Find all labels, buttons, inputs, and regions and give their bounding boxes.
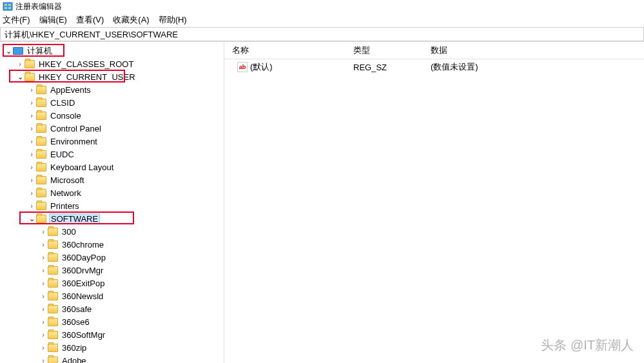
chevron-down-icon: ⌄ [15, 73, 24, 81]
tree-hkcu-child-9[interactable]: ›Printers [0, 199, 224, 212]
tree-label: 360chrome [61, 240, 105, 250]
tree-label: Network [49, 188, 83, 198]
tree-software-child-3[interactable]: ›360DrvMgr [0, 264, 224, 277]
chevron-right-icon: › [15, 60, 24, 68]
tree-hkcu-child-3[interactable]: ›Control Panel [0, 122, 224, 135]
col-data[interactable]: 数据 [431, 44, 644, 56]
tree-software-child-10[interactable]: ›Adobe [0, 354, 224, 363]
svg-rect-3 [5, 7, 7, 9]
tree-software-child-5[interactable]: ›360Newsld [0, 289, 224, 302]
menu-favorites[interactable]: 收藏夹(A) [113, 14, 149, 26]
value-list-panel: 名称 类型 数据 ab (默认) REG_SZ (数值未设置) [224, 42, 644, 363]
folder-icon [48, 331, 58, 339]
tree-panel[interactable]: ⌄计算机›HKEY_CLASSES_ROOT⌄HKEY_CURRENT_USER… [0, 42, 224, 363]
tree-label: CLSID [49, 98, 76, 108]
folder-icon [36, 215, 46, 223]
tree-software-child-7[interactable]: ›360se6 [0, 315, 224, 328]
chevron-right-icon: › [39, 279, 48, 287]
tree-hkcu[interactable]: ⌄HKEY_CURRENT_USER [0, 70, 224, 83]
folder-icon [48, 344, 58, 352]
menu-edit[interactable]: 编辑(E) [39, 14, 67, 26]
svg-rect-1 [5, 4, 7, 6]
tree-hkcu-child-8[interactable]: ›Network [0, 186, 224, 199]
tree-label: AppEvents [49, 85, 92, 95]
string-value-icon: ab [237, 62, 248, 72]
window-title: 注册表编辑器 [15, 1, 62, 12]
chevron-right-icon: › [39, 357, 48, 363]
tree-label: 360Newsld [61, 291, 104, 301]
tree-label: 360zip [61, 343, 88, 353]
folder-icon [48, 228, 58, 236]
tree-label: 计算机 [26, 45, 54, 57]
folder-icon [24, 60, 35, 68]
menubar: 文件(F) 编辑(E) 查看(V) 收藏夹(A) 帮助(H) [0, 13, 644, 27]
chevron-right-icon: › [27, 137, 36, 145]
chevron-right-icon: › [39, 228, 48, 235]
tree-software-child-6[interactable]: ›360safe [0, 302, 224, 315]
folder-icon [36, 163, 46, 172]
tree-hkcu-child-5[interactable]: ›EUDC [0, 148, 224, 161]
tree-software-child-9[interactable]: ›360zip [0, 341, 224, 354]
folder-icon [36, 189, 46, 197]
tree-label: Keyboard Layout [49, 162, 115, 172]
tree-software-child-4[interactable]: ›360ExitPop [0, 277, 224, 289]
tree-label: 360ExitPop [61, 279, 106, 288]
tree-software-child-0[interactable]: ›300 [0, 225, 224, 238]
value-data: (数值未设置) [431, 61, 644, 73]
titlebar: 注册表编辑器 [0, 0, 644, 13]
menu-help[interactable]: 帮助(H) [159, 14, 187, 26]
tree-hkcu-child-6[interactable]: ›Keyboard Layout [0, 161, 224, 173]
tree-label: 360se6 [61, 317, 91, 327]
tree-hkcu-child-1[interactable]: ›CLSID [0, 96, 224, 109]
tree-label: SOFTWARE [49, 213, 100, 224]
tree-software[interactable]: ⌄SOFTWARE [0, 212, 224, 225]
tree-label: Control Panel [49, 124, 102, 133]
folder-icon [36, 112, 46, 120]
value-type: REG_SZ [353, 63, 431, 72]
chevron-right-icon: › [39, 305, 48, 313]
tree-label: Printers [49, 201, 81, 211]
tree-hkcu-child-0[interactable]: ›AppEvents [0, 83, 224, 96]
chevron-right-icon: › [39, 344, 48, 351]
tree-label: Console [49, 111, 83, 121]
tree-hkcu-child-2[interactable]: ›Console [0, 109, 224, 122]
col-name[interactable]: 名称 [224, 44, 353, 56]
col-type[interactable]: 类型 [353, 44, 431, 56]
tree-root[interactable]: ⌄计算机 [0, 44, 224, 57]
svg-rect-0 [3, 3, 12, 10]
tree-software-child-2[interactable]: ›360DayPop [0, 251, 224, 264]
menu-view[interactable]: 查看(V) [76, 14, 104, 26]
value-row-default[interactable]: ab (默认) REG_SZ (数值未设置) [224, 59, 644, 75]
tree-software-child-1[interactable]: ›360chrome [0, 238, 224, 251]
chevron-down-icon: ⌄ [4, 47, 13, 55]
tree-label: 360DayPop [61, 253, 107, 262]
tree-label: Adobe [61, 356, 88, 364]
svg-rect-4 [8, 7, 11, 9]
folder-icon [36, 86, 46, 94]
folder-icon [48, 292, 58, 300]
chevron-right-icon: › [27, 176, 36, 184]
chevron-right-icon: › [27, 112, 36, 119]
address-bar[interactable]: 计算机\HKEY_CURRENT_USER\SOFTWARE [0, 27, 644, 41]
tree-hkcr[interactable]: ›HKEY_CLASSES_ROOT [0, 57, 224, 70]
folder-icon [36, 99, 46, 107]
tree-hkcu-child-4[interactable]: ›Environment [0, 135, 224, 148]
tree-label: HKEY_CURRENT_USER [37, 72, 137, 82]
chevron-right-icon: › [39, 331, 48, 338]
tree-label: 360safe [61, 304, 93, 314]
tree-label: 360SoftMgr [61, 330, 106, 340]
chevron-right-icon: › [27, 124, 36, 132]
folder-icon [48, 253, 58, 262]
regedit-icon [3, 1, 13, 12]
folder-icon [48, 279, 58, 288]
tree-label: 300 [61, 227, 77, 237]
chevron-right-icon: › [27, 99, 36, 106]
tree-hkcu-child-7[interactable]: ›Microsoft [0, 173, 224, 186]
menu-file[interactable]: 文件(F) [3, 14, 30, 26]
main-content: ⌄计算机›HKEY_CLASSES_ROOT⌄HKEY_CURRENT_USER… [0, 41, 644, 363]
tree-software-child-8[interactable]: ›360SoftMgr [0, 328, 224, 341]
folder-icon [24, 73, 35, 81]
value-name: (默认) [250, 61, 273, 73]
tree-label: 360DrvMgr [61, 266, 104, 275]
folder-icon [36, 176, 46, 184]
